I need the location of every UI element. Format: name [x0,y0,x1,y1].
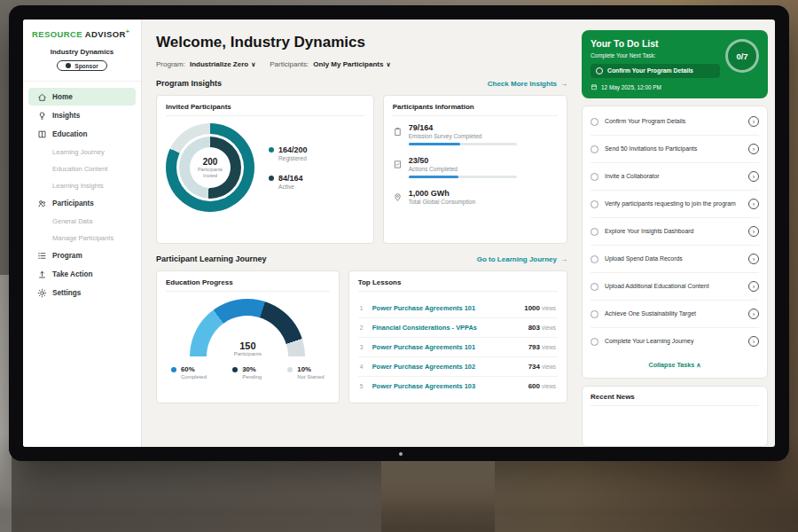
checklist-icon [393,157,403,167]
donut-legend: 164/200 Registered 84/164 Active [269,145,308,190]
consumption-value: 1,000 GWh [409,189,476,198]
lesson-title-link[interactable]: Financial Considerations - VPPAs [372,324,522,332]
task-row-achieve-target[interactable]: Achieve One Sustainability Target › [591,301,759,328]
invited-participants-card: Invited Participants 200 Participants In… [156,95,374,244]
lesson-views-value: 803 [528,324,540,332]
lesson-views: 600views [528,382,556,390]
sidebar-item-participants[interactable]: Participants [28,194,136,212]
lesson-title-link[interactable]: Power Purchase Agreements 103 [372,382,522,390]
sidebar-item-general-data[interactable]: General Data [28,213,136,229]
task-checkbox[interactable] [591,145,598,153]
sidebar-item-settings[interactable]: Settings [28,284,136,301]
chevron-right-icon[interactable]: › [748,226,759,237]
check-more-insights-link[interactable]: Check More Insights → [488,80,567,88]
todo-summary-card: Your To Do List Complete Your Next Task:… [582,30,768,98]
main-content: Welcome, Industry Dynamics Program: Indu… [142,20,578,447]
task-checkbox[interactable] [591,283,598,291]
chevron-down-icon: ∨ [251,61,255,68]
monitor-screen: RESOURCE ADVISOR+ Industry Dynamics Spon… [23,20,775,447]
task-checkbox[interactable] [591,200,598,208]
sidebar-item-label: Learning Journey [52,148,105,156]
invited-donut-chart: 200 Participants Invited 164/200 Registe… [166,123,364,212]
chevron-right-icon[interactable]: › [748,116,759,127]
registered-value: 164/200 [278,145,308,154]
participants-filter: Participants: Only My Participants ∨ [270,60,390,68]
sidebar-item-program[interactable]: Program [28,246,136,264]
chevron-right-icon[interactable]: › [748,281,759,292]
actions-completed-label: Actions Completed [409,166,517,172]
emission-survey-progressbar [409,143,517,145]
task-row-invite-collaborator[interactable]: Invite a Collaborator › [591,163,759,191]
next-task-pill[interactable]: Confirm Your Program Details [591,64,720,78]
task-checkbox[interactable] [591,228,598,236]
sidebar-item-learning-journey[interactable]: Learning Journey [28,144,136,160]
participants-dropdown-value: Only My Participants [313,60,383,68]
task-checkbox[interactable] [591,255,598,263]
task-row-confirm-program[interactable]: Confirm Your Program Details › [591,108,759,136]
learning-journey-head: Participant Learning Journey Go to Learn… [156,254,567,263]
sidebar-item-insights[interactable]: Insights [28,106,136,124]
chevron-right-icon[interactable]: › [748,254,759,264]
task-label: Explore Your Insights Dashboard [605,228,742,236]
chevron-right-icon[interactable]: › [748,144,759,154]
lesson-row[interactable]: 2 Financial Considerations - VPPAs 803vi… [358,318,558,338]
lesson-views-suffix: views [542,305,556,311]
lesson-row[interactable]: 1 Power Purchase Agreements 101 1000view… [358,299,558,318]
emission-survey-value: 79/164 [409,123,517,132]
lesson-views-suffix: views [542,344,556,350]
task-label: Complete Your Learning Journey [605,338,742,346]
legend-active: 84/164 Active [269,174,308,190]
lesson-row[interactable]: 5 Power Purchase Agreements 103 600views [358,377,558,395]
filters-row: Program: Industrialize Zero ∨ Participan… [156,60,567,68]
sidebar-item-label: Settings [52,289,81,297]
todo-due-text: 12 May 2025, 12:00 PM [601,84,661,90]
task-row-verify-participants[interactable]: Verify participants requesting to join t… [591,191,759,218]
bulb-icon [37,111,47,121]
task-label: Confirm Your Program Details [605,118,742,126]
chevron-right-icon[interactable]: › [748,171,759,182]
lesson-title-link[interactable]: Power Purchase Agreements 101 [372,343,522,351]
todo-title: Your To Do List [591,38,720,49]
participants-filter-label: Participants: [270,60,309,68]
lesson-title-link[interactable]: Power Purchase Agreements 102 [372,363,522,371]
program-dropdown-value: Industrialize Zero [190,60,248,68]
lesson-rank: 2 [360,325,366,331]
sidebar-item-take-action[interactable]: Take Action [28,265,136,283]
go-to-learning-journey-link[interactable]: Go to Learning Journey → [477,255,567,263]
education-progress-title: Education Progress [166,278,330,292]
task-checkbox[interactable] [591,338,598,346]
task-row-upload-spend-data[interactable]: Upload Spend Data Records › [591,246,759,273]
lesson-title-link[interactable]: Power Purchase Agreements 101 [372,304,519,312]
task-row-explore-insights[interactable]: Explore Your Insights Dashboard › [591,218,759,246]
lesson-row[interactable]: 3 Power Purchase Agreements 101 793views [358,338,558,357]
brand-plus: + [126,28,130,35]
task-checkbox[interactable] [591,118,598,126]
collapse-tasks-link[interactable]: Collapse Tasks ∧ [591,355,759,376]
sidebar-item-learning-insights[interactable]: Learning Insights [28,177,136,193]
program-dropdown[interactable]: Industrialize Zero ∨ [190,60,255,68]
task-checkbox[interactable] [591,310,598,318]
info-card-title: Participants Information [393,103,558,116]
sidebar-item-label: Learning Insights [52,182,104,190]
participants-dropdown[interactable]: Only My Participants ∨ [313,60,390,68]
program-filter-label: Program: [156,60,185,68]
task-row-send-invitations[interactable]: Send 50 Invitations to Participants › [591,136,759,163]
task-row-complete-learning-journey[interactable]: Complete Your Learning Journey › [591,328,759,355]
top-lessons-title: Top Lessons [358,278,558,292]
sidebar-item-home[interactable]: Home [28,88,136,106]
chevron-right-icon[interactable]: › [748,199,759,209]
chevron-right-icon[interactable]: › [748,336,759,347]
task-checkbox[interactable] [596,67,603,74]
pending-label: Pending [242,374,262,379]
lesson-rank: 4 [360,364,366,370]
chevron-right-icon[interactable]: › [748,309,759,319]
task-row-upload-educational-content[interactable]: Upload Additional Educational Content › [591,273,759,301]
sidebar-item-manage-participants[interactable]: Manage Participants [28,230,136,246]
task-checkbox[interactable] [591,173,598,181]
lesson-row[interactable]: 4 Power Purchase Agreements 102 734views [358,357,558,377]
sidebar-item-education[interactable]: Education [28,125,136,143]
task-label: Verify participants requesting to join t… [605,200,742,208]
sidebar: RESOURCE ADVISOR+ Industry Dynamics Spon… [23,20,142,447]
sidebar-item-education-content[interactable]: Education Content [28,160,136,176]
clipboard-icon [393,124,403,134]
